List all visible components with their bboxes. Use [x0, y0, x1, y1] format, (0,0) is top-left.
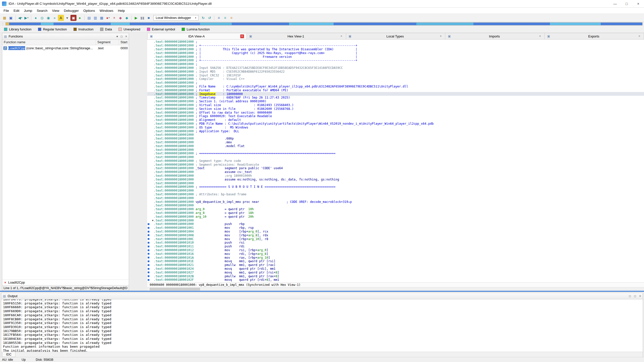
disasm-line[interactable]: .text:0000000180001000 ; Segment type: P…: [147, 159, 644, 163]
output-titlebar[interactable]: ▤ Output □ □ ×: [1, 293, 643, 299]
disasm-line[interactable]: .text:0000000180001000: [147, 181, 644, 185]
panel-close-icon[interactable]: ×: [125, 35, 127, 38]
disasm-line[interactable]: .text:0000000180001001 mov rbp, rsp: [147, 226, 644, 230]
tab-close-icon[interactable]: ×: [439, 34, 442, 38]
disasm-line[interactable]: .text:0000000180001000 arg_10 = qword pt…: [147, 215, 644, 218]
disasm-line[interactable]: .text:0000000180001000 arg_8 = qword ptr…: [147, 211, 644, 215]
disasm-line[interactable]: .text:0000000180001000 assume cs:_text: [147, 170, 644, 174]
disasm-line[interactable]: .text:0000000180001008 mov [rbp+arg_8], …: [147, 233, 644, 237]
disasm-line[interactable]: .text:0000000180001000 .model flat: [147, 144, 644, 148]
navband-segment[interactable]: [550, 23, 601, 25]
debugger-selector[interactable]: Local Windows debugger▾: [153, 15, 198, 21]
disasm-line[interactable]: .text:0000000180001000 push rbp: [147, 222, 644, 226]
tab-ida-view-a[interactable]: ▣IDA View-A×: [147, 33, 247, 39]
menu-help[interactable]: Help: [115, 9, 127, 13]
navband-segment[interactable]: [473, 23, 550, 25]
disasm-line[interactable]: .text:0000000180001016 mov rdi, [rbp+arg…: [147, 252, 644, 256]
disasm-line[interactable]: .text:0000000180001000 ;org 180001000h: [147, 174, 644, 178]
disasm-line[interactable]: .text:0000000180001000 ; | Copyright (c)…: [147, 51, 644, 55]
disasm-line[interactable]: .text:0000000180001000 ; | Freeware vers…: [147, 55, 644, 59]
snapshot-icon[interactable]: ▣: [70, 15, 76, 21]
output-float-icon[interactable]: □: [629, 294, 631, 298]
disasm-line[interactable]: .text:0000000180001000 ; OS type : MS Wi…: [147, 125, 644, 129]
disasm-line[interactable]: .text:0000000180001000 _text segment par…: [147, 166, 644, 170]
desktop-list-icon[interactable]: ≡: [222, 15, 228, 21]
disasm-line[interactable]: .text:0000000180001000 ;: [147, 40, 644, 44]
menu-debugger[interactable]: Debugger: [62, 9, 81, 13]
menu-edit[interactable]: Edit: [11, 9, 22, 13]
disasm-line[interactable]: .text:000000018000102F movq qword ptr [r…: [147, 278, 644, 282]
open-file-icon[interactable]: ▦: [2, 15, 8, 21]
output-content[interactable]: 180F64FF0: propagate_stkargs: function i…: [1, 299, 643, 352]
navband-segment[interactable]: [416, 23, 474, 25]
menu-view[interactable]: View: [50, 9, 62, 13]
disasm-line[interactable]: .text:0000000180001000 ; Flags 60000020:…: [147, 114, 644, 118]
disasm-line[interactable]: .text:000000018000101A mov rax, [rbp+arg…: [147, 256, 644, 259]
text-search-icon[interactable]: A: [58, 15, 64, 21]
navband-segment[interactable]: [130, 23, 200, 25]
disasm-line[interactable]: .text:0000000180001012 mov rsi, [rbp+arg…: [147, 248, 644, 252]
navband-segment[interactable]: [6, 23, 9, 25]
navband-segment[interactable]: [54, 23, 111, 25]
disasm-line[interactable]: .text:0000000180001027 movq mm1, qword p…: [147, 270, 644, 274]
disasm-line[interactable]: .text:0000000180001000 ; Section 1. (vir…: [147, 100, 644, 103]
disasm-line[interactable]: .text:0000000180001000: [147, 204, 644, 207]
tab-imports[interactable]: ▣Imports×: [445, 33, 545, 39]
navband-segment[interactable]: [334, 23, 416, 25]
menu-jump[interactable]: Jump: [22, 9, 34, 13]
navband-segment[interactable]: [9, 23, 41, 25]
menu-options[interactable]: Options: [81, 9, 97, 13]
disasm-line[interactable]: .text:0000000180001000 ; +--------------…: [147, 59, 644, 62]
open-structs-icon[interactable]: ▤: [86, 15, 92, 21]
disasm-line[interactable]: .text:0000000180001000 ; ===============…: [147, 152, 644, 155]
maximize-button[interactable]: □: [621, 0, 632, 7]
navband-segment[interactable]: [289, 23, 334, 25]
windows-list-icon[interactable]: ≡: [216, 15, 222, 21]
disasm-line[interactable]: .text:000000018000100C mov [rbp+arg_10],…: [147, 237, 644, 241]
collapse-arrow-icon[interactable]: ▼: [152, 219, 153, 222]
disasm-line[interactable]: .text:0000000180001000 ; Alignment : def…: [147, 118, 644, 122]
functions-panel-titlebar[interactable]: ▤ Functions ▾ □ ×: [2, 33, 129, 40]
debug-stop-icon[interactable]: ■: [146, 15, 152, 21]
clear-filter-icon[interactable]: ×: [4, 281, 6, 284]
disasm-line[interactable]: .text:0000000180001000: [147, 189, 644, 193]
disasm-line[interactable]: .text:0000000180001000 ; | This file was…: [147, 48, 644, 51]
cancel-analysis-icon[interactable]: ×: [111, 15, 117, 21]
disasm-line[interactable]: .text:0000000180001000 .mmx: [147, 141, 644, 144]
close-button[interactable]: ×: [632, 0, 644, 7]
disasm-line[interactable]: .text:0000000180001000 vp8_dequantize_b_…: [147, 200, 644, 204]
layout-list-icon[interactable]: ≡: [228, 15, 234, 21]
search-options-caret-icon[interactable]: ▾: [64, 15, 70, 21]
disasm-line[interactable]: .text:0000000180001000 assume es:nothing…: [147, 177, 644, 181]
disasm-line[interactable]: .text:0000000180001000 ;: [147, 62, 644, 66]
disasm-line[interactable]: .text:0000000180001000 ; File Name : C:\…: [147, 85, 644, 88]
navband-segment[interactable]: [200, 23, 232, 25]
disasm-line[interactable]: .text:0000000180001000: [147, 148, 644, 152]
disasm-line[interactable]: ▼.text:0000000180001000: [147, 218, 644, 222]
navband-segment[interactable]: [601, 23, 642, 25]
output-close-icon[interactable]: ×: [639, 294, 641, 298]
debug-undo-icon[interactable]: ↺: [207, 15, 213, 21]
disasm-line[interactable]: .text:0000000180001010 push rsi: [147, 241, 644, 245]
filter-text[interactable]: LoadIl2Cpp: [8, 281, 25, 284]
navband-segment[interactable]: [41, 23, 54, 25]
horizontal-scrollbar[interactable]: [147, 287, 644, 291]
disasm-line[interactable]: .text:0000000180001000: [147, 155, 644, 159]
tab-local-types[interactable]: ▣Local Types×: [346, 33, 446, 39]
disasm-line[interactable]: .text:0000000180001000: [147, 196, 644, 200]
menu-search[interactable]: Search: [34, 9, 50, 13]
disasm-line[interactable]: .text:0000000180001000 ; PDB File Name :…: [147, 122, 644, 126]
tab-idc[interactable]: IDC: [2, 352, 15, 357]
navband-grip-icon[interactable]: ⋮: [2, 23, 4, 25]
breakpoints-icon[interactable]: ●▾: [105, 15, 111, 21]
nav-forward-icon[interactable]: ▶▾: [23, 15, 29, 21]
disasm-line[interactable]: .text:0000000180001004 mov [rbp+arg_0], …: [147, 230, 644, 234]
tab-exports[interactable]: ▣Exports×: [545, 33, 644, 39]
disasm-line[interactable]: .text:0000000180001021 pmullw mm1, qword…: [147, 263, 644, 267]
disasm-line[interactable]: .text:000000018000101E movq mm1, qword p…: [147, 259, 644, 263]
disasm-line[interactable]: .text:0000000180001000 ; +--------------…: [147, 44, 644, 48]
tab-close-icon[interactable]: ×: [538, 34, 542, 38]
menu-file[interactable]: File: [1, 9, 11, 13]
tab-close-icon[interactable]: ×: [637, 34, 641, 38]
debug-pause-icon[interactable]: ▮▮: [139, 15, 145, 21]
